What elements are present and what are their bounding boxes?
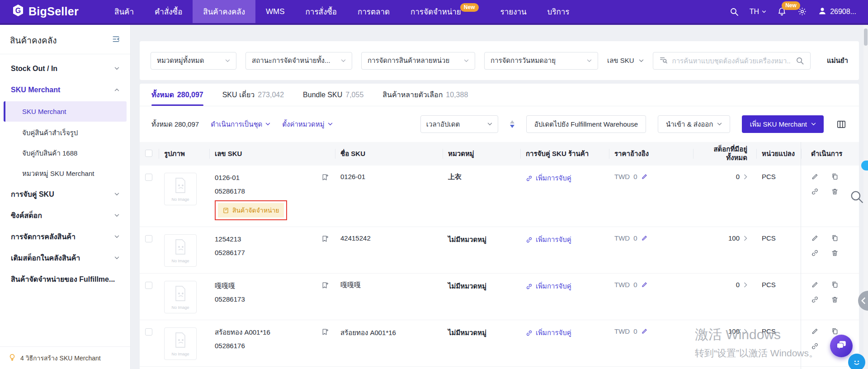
row-checkbox[interactable] xyxy=(145,282,152,289)
edit-price-icon[interactable] xyxy=(641,328,648,335)
nav-item-marketing[interactable]: การตลาด xyxy=(347,0,400,23)
price-currency: TWD xyxy=(614,281,630,289)
row-checkbox[interactable] xyxy=(145,174,152,181)
scrollbar-thumb[interactable] xyxy=(864,28,868,46)
nav-item-wms[interactable]: WMS xyxy=(255,0,295,23)
sort-direction-toggle[interactable] xyxy=(510,120,514,128)
price-value: 0 xyxy=(633,173,637,180)
side-widget-tab[interactable] xyxy=(861,161,868,170)
edit-price-icon[interactable] xyxy=(641,281,648,288)
nav-item-purchase[interactable]: การสั่งซื้อ xyxy=(295,0,347,23)
tab-all[interactable]: ทั้งหมด 280,097 xyxy=(151,84,203,106)
bookmark-add-icon[interactable] xyxy=(321,235,329,244)
distribution-status-filter-dropdown[interactable]: สถานะการจัดจำหน่ายทั้ง... xyxy=(245,52,352,70)
tab-bundle-sku[interactable]: Bundle SKU 7,055 xyxy=(303,84,363,106)
sort-field-select[interactable]: เวลาอัปเดต xyxy=(420,115,498,133)
sidebar-item-pair-finished-product[interactable]: จับคู่สินค้าสำเร็จรูป xyxy=(0,123,130,143)
user-account[interactable]: 26908... xyxy=(818,6,856,17)
link-icon[interactable] xyxy=(811,249,819,257)
update-to-fulfillment-button[interactable]: อัปเดตไปยัง Fulfillment Warehouse xyxy=(526,115,646,133)
multi-unit-filter-dropdown[interactable]: การจัดการสินค้าหลายหน่วย xyxy=(361,52,475,70)
delete-icon[interactable] xyxy=(831,188,839,195)
copy-icon[interactable] xyxy=(831,281,839,289)
bigseller-logo-icon: G xyxy=(12,4,24,19)
sku-name: สร้อยทอง A001*16 xyxy=(335,327,443,338)
stock-expand-icon[interactable] xyxy=(744,236,747,241)
nav-item-distribution[interactable]: การจัดจำหน่าย New xyxy=(400,0,490,23)
batch-action-dropdown[interactable]: ดำเนินการเป็นชุด xyxy=(211,119,270,130)
sidebar-item-fulfillment-products[interactable]: สินค้าจัดจำหน่ายของ Fulfillme... xyxy=(0,269,130,290)
stock-expand-icon[interactable] xyxy=(744,329,747,334)
delete-icon[interactable] xyxy=(831,249,839,257)
language-selector[interactable]: TH xyxy=(750,8,766,16)
sku-field-selector[interactable]: เลข SKU xyxy=(607,55,644,66)
link-icon[interactable] xyxy=(811,188,819,195)
add-pairing-link[interactable]: เพิ่มการจับคู่ xyxy=(526,327,571,338)
copy-icon[interactable] xyxy=(831,327,839,335)
top-navbar: G BigSeller สินค้า คำสั่งซื้อ สินค้าคงคล… xyxy=(0,0,868,25)
edit-price-icon[interactable] xyxy=(641,173,648,180)
sidebar-item-sku-merchant-group[interactable]: SKU Merchant xyxy=(0,79,130,100)
row-checkbox[interactable] xyxy=(145,328,152,336)
edit-icon[interactable] xyxy=(811,173,819,180)
sku-name: 嘎嘎嘎 xyxy=(335,281,443,289)
notifications-bell-icon[interactable]: New xyxy=(777,7,787,16)
precise-search-label[interactable]: แม่นยำ xyxy=(820,55,848,66)
import-export-dropdown[interactable]: นำเข้า & ส่งออก xyxy=(658,115,730,133)
sidebar-footer-tip[interactable]: 4 วิธีการสร้าง SKU Merchant xyxy=(0,346,130,369)
select-all-checkbox[interactable] xyxy=(145,150,152,157)
category-filter-dropdown[interactable]: หมวดหมู่ทั้งหมด xyxy=(151,52,236,70)
customer-service-widget[interactable] xyxy=(848,354,865,369)
sidebar-item-sku-merchant-category[interactable]: หมวดหมู่ SKU Merchant xyxy=(0,163,130,184)
nav-item-products[interactable]: สินค้า xyxy=(104,0,144,23)
search-icon[interactable] xyxy=(730,7,739,16)
column-settings-icon[interactable] xyxy=(835,115,847,133)
nav-item-inventory[interactable]: สินค้าคงคลัง xyxy=(193,0,255,23)
sidebar-subitem-label: จับคู่กับสินค้า 1688 xyxy=(22,148,77,159)
set-category-dropdown[interactable]: ตั้งค่าหมวดหมู่ xyxy=(282,119,332,130)
chat-support-button[interactable] xyxy=(830,335,853,357)
sidebar-item-stock-sync[interactable]: ซิงค์สต็อก xyxy=(0,205,130,226)
brand-name: BigSeller xyxy=(28,5,79,18)
sidebar-item-sku-merchant[interactable]: SKU Merchant xyxy=(4,101,127,122)
sidebar-item-warehouse-management[interactable]: การจัดการคลังสินค้า xyxy=(0,226,130,247)
nav-item-orders[interactable]: คำสั่งซื้อ xyxy=(144,0,193,23)
nav-item-label: WMS xyxy=(266,7,285,16)
sidebar-item-restock[interactable]: เติมสต็อกในคลังสินค้า xyxy=(0,247,130,269)
sidebar-item-sku-pairing[interactable]: การจับคู่ SKU xyxy=(0,184,130,205)
add-sku-merchant-button[interactable]: เพิ่ม SKU Merchant xyxy=(742,115,824,133)
stock-expand-icon[interactable] xyxy=(744,282,747,288)
delete-icon[interactable] xyxy=(831,296,839,303)
link-icon[interactable] xyxy=(811,296,819,303)
sidebar-item-stock-out-in[interactable]: Stock Out / In xyxy=(0,58,130,79)
search-input[interactable] xyxy=(672,57,791,65)
brand-logo[interactable]: G BigSeller xyxy=(12,4,79,19)
expiry-filter-dropdown[interactable]: การจัดการวันหมดอายุ xyxy=(484,52,598,70)
add-pairing-link[interactable]: เพิ่มการจับคู่ xyxy=(526,234,571,245)
nav-item-services[interactable]: บริการ xyxy=(537,0,580,23)
chevron-down-icon xyxy=(464,59,469,62)
unit-value: PCS xyxy=(756,234,801,242)
bookmark-add-icon[interactable] xyxy=(321,281,329,291)
link-icon[interactable] xyxy=(811,342,819,350)
edit-icon[interactable] xyxy=(811,281,819,289)
nav-item-reports[interactable]: รายงาน xyxy=(490,0,537,23)
bookmark-add-icon[interactable] xyxy=(321,173,329,183)
copy-icon[interactable] xyxy=(831,173,839,180)
add-pairing-link[interactable]: เพิ่มการจับคู่ xyxy=(526,173,571,184)
floating-magnifier-icon[interactable] xyxy=(849,189,864,206)
bigseller-app: G BigSeller สินค้า คำสั่งซื้อ สินค้าคงคล… xyxy=(0,0,868,369)
add-pairing-link[interactable]: เพิ่มการจับคู่ xyxy=(526,281,571,292)
edit-price-icon[interactable] xyxy=(641,235,648,241)
bookmark-add-icon[interactable] xyxy=(321,328,329,337)
edit-icon[interactable] xyxy=(811,327,819,335)
row-checkbox[interactable] xyxy=(145,235,152,242)
tab-single-sku[interactable]: SKU เดี่ยว 273,042 xyxy=(222,84,284,106)
copy-icon[interactable] xyxy=(831,234,839,242)
sidebar-collapse-icon[interactable] xyxy=(112,35,120,46)
edit-icon[interactable] xyxy=(811,234,819,242)
stock-expand-icon[interactable] xyxy=(744,174,747,180)
search-submit-icon[interactable] xyxy=(796,57,804,65)
sidebar-item-pair-1688[interactable]: จับคู่กับสินค้า 1688 xyxy=(0,143,130,163)
tab-multi-variant[interactable]: สินค้าหลายตัวเลือก 10,388 xyxy=(382,84,468,106)
